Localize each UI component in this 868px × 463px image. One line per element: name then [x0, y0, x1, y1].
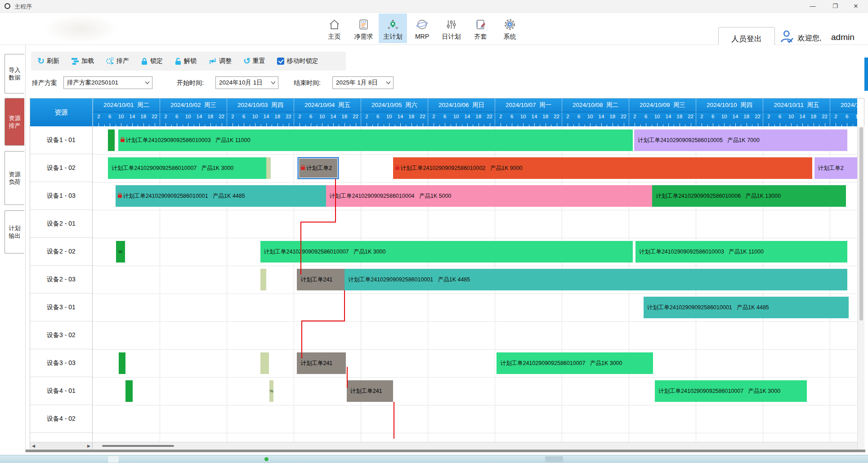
nav-item-system[interactable]: 系统: [496, 13, 524, 43]
chevron-down-icon: [271, 81, 276, 85]
sidebar-tab-3[interactable]: 资源 负荷: [4, 151, 24, 205]
nav-item-label: 齐套: [474, 33, 487, 41]
sidebar-tab-4[interactable]: 计划 输出: [4, 210, 24, 254]
hour-label: 10: [118, 114, 124, 119]
task-bar[interactable]: 计划工单24102909092586010007 产品1K 3000: [260, 241, 633, 263]
task-bar[interactable]: 计划工单24102909092586010001 产品1K 4485: [644, 297, 849, 318]
task-bar[interactable]: 计划工单24102909092586010003 产品1K 11000: [118, 129, 633, 151]
nav-item-home[interactable]: 主页: [320, 13, 349, 43]
task-bar[interactable]: 计划工单24102909092586010007 产品1K 3000: [108, 157, 266, 179]
tick-mark: [724, 123, 725, 126]
sidebar-tab-2[interactable]: 资源 排产: [4, 98, 24, 146]
maximize-button[interactable]: ❐: [825, 0, 846, 13]
tick-mark: [188, 123, 188, 126]
hour-label: 14: [130, 114, 135, 119]
task-bar[interactable]: 计划工单24102909092586010001 产品1K 4485: [116, 185, 326, 207]
hour-label: 22: [822, 114, 828, 119]
end-time-select[interactable]: 2025年 1月 8日: [332, 76, 394, 89]
dependency-link-line: [301, 321, 302, 358]
tick-mark: [98, 123, 99, 126]
tick-mark: [456, 123, 456, 126]
tick-mark: [423, 123, 423, 126]
task-bar[interactable]: [108, 129, 115, 151]
close-button[interactable]: ✕: [846, 0, 866, 13]
load-button[interactable]: 加载: [71, 57, 94, 65]
task-bar-label: 计划工单24102909092586010001 产品1K 4485: [123, 193, 245, 199]
task-bar[interactable]: 计划工单24102909092586010006 产品1K 13000: [652, 185, 846, 207]
hour-tick-cell: 2610141822: [428, 112, 495, 126]
nav-item-masterplan[interactable]: 主计划: [379, 13, 407, 43]
nav-item-netreq[interactable]: 净需求: [349, 13, 378, 43]
plan-select[interactable]: 排产方案20250101: [63, 76, 152, 89]
task-bar[interactable]: 计划工单241: [347, 380, 393, 402]
tick-mark: [847, 123, 847, 126]
scroll-left-icon[interactable]: ◀: [32, 443, 35, 449]
horizontal-scrollbar[interactable]: [93, 442, 857, 449]
resource-horizontal-scrollbar[interactable]: ◀ ▶: [30, 442, 93, 449]
hour-label: 18: [408, 114, 414, 119]
tick-mark: [389, 123, 389, 126]
task-bar[interactable]: 计划工单24102909092586010002 产品1K 9000: [393, 157, 813, 179]
tool-button-label: 调整: [219, 57, 232, 65]
tick-mark: [244, 123, 244, 126]
task-bar[interactable]: 计划工单24102909092586010007 产品1K 3000: [655, 380, 807, 402]
tick-mark: [277, 123, 278, 126]
tick-mark: [657, 123, 658, 126]
tool-button-label: 锁定: [150, 57, 163, 65]
task-bar[interactable]: 计划工单2: [814, 157, 857, 179]
minimize-button[interactable]: —: [802, 0, 823, 13]
adjust-button[interactable]: 调整: [208, 57, 232, 65]
tick-mark: [512, 123, 512, 126]
tick-mark: [825, 123, 825, 126]
vertical-scrollbar[interactable]: [857, 126, 864, 449]
task-bar[interactable]: 计划工单24102909092586010004 产品1K 5000: [326, 185, 653, 207]
start-time-select[interactable]: 2024年10月 1日: [215, 76, 278, 89]
task-bar[interactable]: 计划工单24102909092586010001 产品1K 4485: [345, 269, 847, 290]
hour-tick-cell: 2610141822: [495, 112, 562, 126]
hour-tick-cell: 2610141822: [160, 112, 227, 126]
lock-button[interactable]: 锁定: [141, 57, 163, 65]
unlock-button[interactable]: 解锁: [174, 57, 197, 65]
task-bar[interactable]: %: [269, 380, 273, 402]
unlock-icon: [174, 58, 182, 65]
tick-mark: [445, 123, 445, 126]
hour-tick-row: 2610141822261014182226101418222610141822…: [93, 112, 857, 126]
lock-on-move-checkbox[interactable]: [277, 58, 284, 65]
produce-button[interactable]: 排产: [106, 57, 129, 65]
tick-mark: [467, 123, 468, 126]
sidebar-tab-1[interactable]: 导入 数据: [4, 54, 24, 93]
dependency-link-line: [344, 290, 345, 321]
refresh-button[interactable]: ↻刷新: [37, 57, 59, 65]
task-bar[interactable]: 计划工单241: [297, 269, 345, 290]
nav-item-mrp[interactable]: MRP: [408, 13, 436, 43]
task-bar[interactable]: 计划工单24102909092586010005 产品1K 7000: [634, 129, 847, 151]
tick-mark: [210, 123, 211, 126]
nav-item-kitting[interactable]: 齐套: [466, 13, 495, 43]
hour-label: 14: [532, 114, 537, 119]
nav-item-label: MRP: [415, 33, 429, 40]
hour-label: 18: [475, 114, 481, 119]
hour-label: 2: [834, 114, 837, 119]
task-bar[interactable]: W: [116, 241, 125, 263]
vertical-scrollbar-thumb[interactable]: [859, 127, 863, 321]
task-bar[interactable]: [125, 380, 133, 402]
task-bar-label: 计划工单24102909092586010007 产品1K 3000: [658, 388, 780, 394]
scroll-right-icon[interactable]: ▶: [87, 443, 90, 449]
mrp-icon: [416, 16, 428, 32]
horizontal-scrollbar-thumb[interactable]: [102, 445, 174, 447]
task-bar[interactable]: 计划工单241: [297, 352, 346, 374]
task-bar[interactable]: [266, 157, 271, 179]
tick-mark: [691, 123, 691, 126]
collapsed-panel-tab[interactable]: [864, 58, 868, 91]
task-bar[interactable]: [260, 352, 269, 374]
task-bar[interactable]: [260, 269, 266, 290]
tick-mark: [199, 123, 200, 126]
task-bar[interactable]: 计划工单24102909092586010007 产品1K 3000: [497, 352, 653, 374]
task-bar-label: 计划工单24102909092586010005 产品1K 7000: [638, 137, 760, 143]
row-gridline: [93, 405, 857, 405]
task-bar-selected[interactable]: 计划工单2: [298, 157, 339, 179]
reset-button[interactable]: ↺重置: [243, 57, 265, 65]
task-bar[interactable]: [119, 352, 125, 374]
nav-item-dayplan[interactable]: 日计划: [437, 13, 465, 43]
task-bar[interactable]: 计划工单24102909092586010003 产品1K 11000: [635, 241, 847, 263]
